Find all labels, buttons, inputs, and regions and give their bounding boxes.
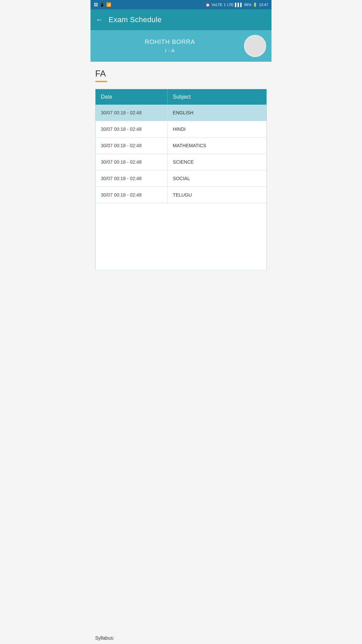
page-title: Exam Schedule — [109, 15, 162, 24]
date-column-header: Date — [96, 89, 168, 105]
wifi-icon: 📶 — [106, 2, 111, 7]
section-title: FA — [95, 68, 267, 79]
title-underline — [95, 81, 107, 82]
content-area: FA Date Subject 30/07 00:18 - 02:48ENGLI… — [90, 62, 272, 275]
date-cell: 30/07 00:18 - 02:48 — [96, 121, 168, 138]
subject-cell: TELUGU — [167, 187, 266, 203]
subject-cell: MATHEMATICS — [167, 138, 266, 154]
subject-cell: SCIENCE — [167, 154, 266, 170]
subject-cell: ENGLISH — [167, 105, 266, 121]
lte-icon: LTE — [227, 3, 234, 7]
status-left-icons: 🖼 📱 📶 — [94, 2, 111, 7]
signal-label: VoLTE — [212, 3, 222, 7]
empty-row — [96, 203, 267, 270]
table-row: 30/07 00:18 - 02:48TELUGU — [96, 187, 267, 203]
schedule-table: Date Subject 30/07 00:18 - 02:48ENGLISH3… — [95, 89, 267, 270]
date-cell: 30/07 00:18 - 02:48 — [96, 105, 168, 121]
date-cell: 30/07 00:18 - 02:48 — [96, 187, 168, 203]
date-cell: 30/07 00:18 - 02:48 — [96, 154, 168, 170]
signal-bars: ▌▌▌ — [235, 3, 243, 7]
table-row: 30/07 00:18 - 02:48MATHEMATICS — [96, 138, 267, 154]
avatar — [244, 35, 266, 57]
student-name: ROHITH BORRA — [145, 39, 195, 46]
table-row: 30/07 00:18 - 02:48SCIENCE — [96, 154, 267, 170]
student-info: ROHITH BORRA I - A — [96, 39, 244, 53]
student-class: I - A — [165, 48, 175, 53]
status-right-info: ⏰ VoLTE 1 LTE ▌▌▌ 86% 🔋 13:47 — [205, 3, 268, 7]
table-row: 30/07 00:18 - 02:48HINDI — [96, 121, 267, 138]
date-cell: 30/07 00:18 - 02:48 — [96, 170, 168, 187]
table-row: 30/07 00:18 - 02:48ENGLISH — [96, 105, 267, 121]
subject-cell: SOCIAL — [167, 170, 266, 187]
date-cell: 30/07 00:18 - 02:48 — [96, 138, 168, 154]
table-row: 30/07 00:18 - 02:48SOCIAL — [96, 170, 267, 187]
table-header-row: Date Subject — [96, 89, 267, 105]
sim-number: 1 — [224, 3, 226, 7]
image-icon: 🖼 — [94, 2, 98, 7]
empty-subject-cell — [167, 203, 266, 270]
app-bar: ← Exam Schedule — [90, 9, 272, 30]
back-button[interactable]: ← — [96, 15, 103, 24]
subject-column-header: Subject — [167, 89, 266, 105]
sim-icon: 📱 — [100, 2, 105, 7]
student-header: ROHITH BORRA I - A — [90, 30, 272, 62]
empty-date-cell — [96, 203, 168, 270]
status-bar: 🖼 📱 📶 ⏰ VoLTE 1 LTE ▌▌▌ 86% 🔋 13:47 — [90, 0, 272, 9]
subject-cell: HINDI — [167, 121, 266, 138]
alarm-icon: ⏰ — [205, 3, 210, 7]
battery-icon: 🔋 — [253, 3, 257, 7]
battery-label: 86% — [244, 3, 251, 7]
time-display: 13:47 — [259, 3, 268, 7]
